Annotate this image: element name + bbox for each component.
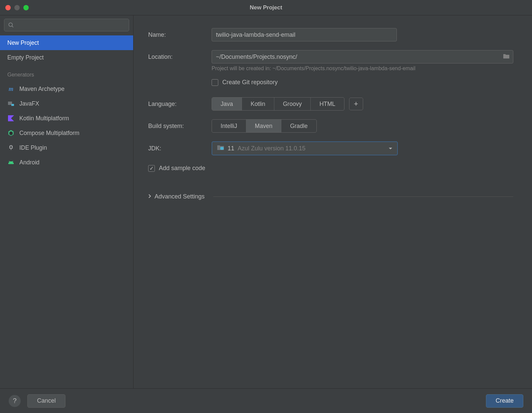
- lang-java[interactable]: Java: [212, 98, 242, 110]
- window-controls: [0, 5, 29, 10]
- add-language-button[interactable]: +: [349, 98, 363, 110]
- divider: [213, 196, 513, 197]
- lang-html[interactable]: HTML: [311, 98, 344, 110]
- git-label: Create Git repository: [222, 79, 278, 86]
- window-title: New Project: [250, 4, 282, 11]
- maven-icon: m: [7, 85, 15, 93]
- sidebar-section-generators: Generators: [0, 68, 133, 82]
- compose-icon: [7, 129, 15, 137]
- location-input-wrap: [212, 50, 513, 63]
- form-panel: Name: Location: Project will be created …: [134, 15, 532, 388]
- row-jdk: JDK: 11 Azul Zulu version 11.0.15: [148, 141, 513, 155]
- generator-ide-plugin[interactable]: IDE Plugin: [0, 140, 133, 155]
- zoom-window-button[interactable]: [23, 5, 29, 10]
- sidebar: New Project Empty Project Generators m M…: [0, 15, 134, 388]
- generator-label: Kotlin Multiplatform: [19, 115, 69, 122]
- folder-icon[interactable]: [503, 53, 510, 60]
- build-intellij[interactable]: IntelliJ: [212, 120, 246, 132]
- search-input[interactable]: [4, 19, 129, 31]
- close-window-button[interactable]: [5, 5, 11, 10]
- cancel-button[interactable]: Cancel: [27, 394, 65, 408]
- javafx-icon: [7, 100, 15, 107]
- android-icon: [7, 159, 15, 166]
- chevron-right-icon: [148, 193, 151, 200]
- svg-line-1: [12, 26, 13, 27]
- generator-label: JavaFX: [19, 100, 39, 107]
- generator-compose-multiplatform[interactable]: Compose Multiplatform: [0, 126, 133, 140]
- name-input[interactable]: [212, 28, 397, 41]
- location-hint: Project will be created in: ~/Documents/…: [212, 65, 513, 72]
- jdk-version: 11: [228, 145, 234, 152]
- jdk-label: JDK:: [148, 145, 212, 152]
- build-gradle[interactable]: Gradle: [281, 120, 316, 132]
- minimize-window-button[interactable]: [14, 5, 20, 10]
- language-label: Language:: [148, 101, 212, 108]
- generator-label: Android: [19, 159, 39, 166]
- generator-label: IDE Plugin: [19, 144, 47, 151]
- sidebar-search-wrap: [0, 15, 133, 33]
- sidebar-item-label: New Project: [7, 39, 39, 46]
- jdk-icon: [217, 145, 224, 152]
- create-button[interactable]: Create: [486, 394, 523, 408]
- svg-point-0: [9, 23, 12, 26]
- search-icon: [8, 22, 14, 28]
- generator-android[interactable]: Android: [0, 155, 133, 170]
- sidebar-list: New Project Empty Project Generators m M…: [0, 33, 133, 170]
- generator-maven-archetype[interactable]: m Maven Archetype: [0, 82, 133, 96]
- language-segmented: Java Kotlin Groovy HTML: [212, 97, 344, 111]
- sidebar-item-new-project[interactable]: New Project: [0, 35, 133, 50]
- git-checkbox[interactable]: [212, 79, 218, 86]
- jdk-vendor: Azul Zulu version 11.0.15: [238, 145, 305, 152]
- row-build-system: Build system: IntelliJ Maven Gradle: [148, 119, 513, 133]
- svg-line-9: [12, 161, 13, 162]
- svg-rect-2: [11, 104, 14, 106]
- row-sample-code[interactable]: Add sample code: [148, 165, 513, 172]
- row-name: Name:: [148, 28, 513, 41]
- chevron-down-icon: [388, 145, 392, 152]
- build-segmented: IntelliJ Maven Gradle: [212, 119, 317, 133]
- new-project-dialog: New Project New Project Empty Project Ge…: [0, 0, 532, 413]
- plugin-icon: [7, 144, 15, 151]
- row-git[interactable]: Create Git repository: [212, 79, 513, 86]
- svg-point-10: [10, 163, 10, 163]
- help-button[interactable]: ?: [9, 395, 21, 407]
- lang-kotlin[interactable]: Kotlin: [242, 98, 274, 110]
- sample-code-label: Add sample code: [159, 165, 205, 172]
- location-input[interactable]: [216, 53, 503, 60]
- dialog-body: New Project Empty Project Generators m M…: [0, 15, 532, 388]
- build-maven[interactable]: Maven: [246, 120, 282, 132]
- generator-label: Compose Multiplatform: [19, 130, 79, 137]
- sidebar-item-empty-project[interactable]: Empty Project: [0, 50, 133, 65]
- svg-point-11: [12, 163, 12, 163]
- dialog-footer: ? Cancel Create: [0, 388, 532, 413]
- jdk-dropdown[interactable]: 11 Azul Zulu version 11.0.15: [212, 141, 398, 155]
- svg-line-8: [9, 161, 10, 162]
- lang-groovy[interactable]: Groovy: [274, 98, 311, 110]
- generator-javafx[interactable]: JavaFX: [0, 96, 133, 111]
- kotlin-icon: [7, 115, 15, 122]
- sidebar-item-label: Empty Project: [7, 54, 44, 61]
- titlebar: New Project: [0, 0, 532, 15]
- sample-code-checkbox[interactable]: [148, 165, 155, 172]
- build-label: Build system:: [148, 123, 212, 130]
- row-language: Language: Java Kotlin Groovy HTML +: [148, 97, 513, 111]
- generator-label: Maven Archetype: [19, 86, 64, 93]
- location-label: Location:: [148, 53, 212, 60]
- generator-kotlin-multiplatform[interactable]: Kotlin Multiplatform: [0, 111, 133, 126]
- row-location: Location:: [148, 50, 513, 63]
- name-label: Name:: [148, 31, 212, 38]
- advanced-settings-label: Advanced Settings: [155, 193, 205, 200]
- advanced-settings-toggle[interactable]: Advanced Settings: [148, 193, 513, 200]
